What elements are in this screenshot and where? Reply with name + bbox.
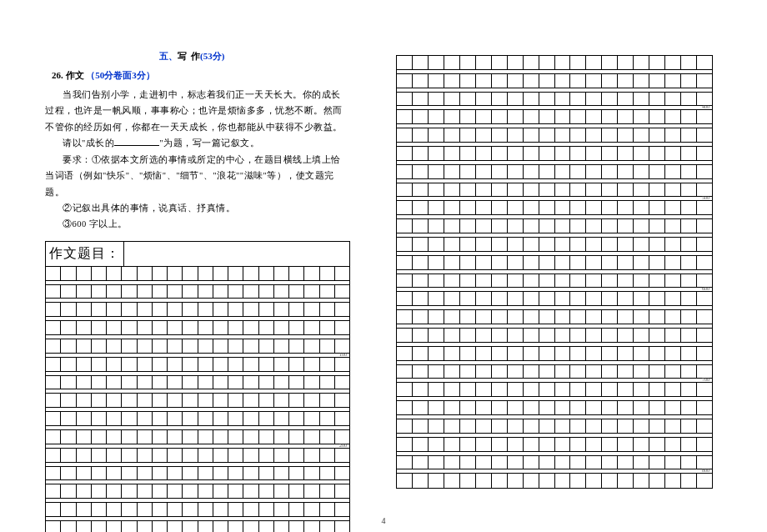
- grid-cell: [107, 449, 122, 463]
- grid-cell: [634, 292, 649, 306]
- grid-cell: [122, 467, 137, 481]
- grid-cell: [570, 128, 586, 143]
- grid-cell: [649, 128, 665, 143]
- grid-cell: [524, 128, 539, 143]
- grid-cell: [335, 267, 349, 281]
- grid-cell: [444, 165, 460, 179]
- grid-cell: [274, 376, 289, 390]
- grid-cell: [168, 467, 183, 481]
- grid-cell: [107, 267, 122, 281]
- grid-cell: [681, 438, 697, 452]
- grid-cell: [524, 292, 539, 306]
- grid-cell: [492, 165, 508, 179]
- grid-cell: [429, 147, 444, 161]
- grid-cell: [243, 430, 258, 444]
- grid-cell: [320, 503, 335, 517]
- grid-cell: [665, 292, 681, 306]
- grid-cell: [555, 310, 571, 324]
- grid-cell: [444, 474, 460, 488]
- grid-cell: [570, 274, 586, 289]
- grid-cell: [429, 456, 444, 470]
- grid-cell: [586, 128, 602, 143]
- grid-cell: [61, 430, 76, 444]
- grid-cell: [153, 321, 168, 335]
- grid-cell: [138, 339, 153, 354]
- grid-row: [397, 274, 712, 289]
- grid-row: [46, 449, 349, 463]
- grid-cell: [508, 93, 524, 107]
- grid-cell: [634, 419, 649, 434]
- grid-cell: [618, 256, 634, 270]
- word-count-marker: 600: [702, 286, 709, 291]
- grid-cell: [476, 183, 492, 198]
- grid-cell: [570, 256, 586, 270]
- grid-cell: [77, 303, 92, 317]
- grid-cell: [665, 147, 681, 161]
- grid-cell: [665, 419, 681, 434]
- grid-cell: [320, 521, 335, 532]
- grid-cell: [618, 292, 634, 306]
- grid-cell: [570, 329, 586, 343]
- grid-cell: [243, 394, 258, 408]
- grid-cell: [397, 147, 413, 161]
- grid-cell: [138, 467, 153, 481]
- grid-cell: [634, 347, 649, 361]
- grid-cell: [320, 303, 335, 317]
- grid-cell: [460, 310, 476, 324]
- grid-cell: [153, 521, 168, 532]
- grid-cell: [697, 219, 712, 233]
- grid-cell: [168, 412, 183, 426]
- grid-cell: [198, 321, 213, 335]
- grid-cell: [539, 110, 555, 124]
- grid-cell: [122, 412, 137, 426]
- grid-cell: [681, 274, 697, 289]
- grid-cell: [476, 274, 492, 289]
- grid-cell: [476, 165, 492, 179]
- grid-cell: [444, 310, 460, 324]
- grid-cell: [213, 321, 228, 335]
- grid-cell: [460, 201, 476, 215]
- grid-cell: [397, 183, 413, 198]
- grid-row: [397, 347, 712, 361]
- grid-cell: [665, 347, 681, 361]
- grid-cell: [77, 467, 92, 481]
- grid-cell: [618, 74, 634, 88]
- grid-cell: [413, 456, 429, 470]
- grid-cell: [198, 267, 213, 281]
- grid-cell: [77, 521, 92, 532]
- grid-cell: [508, 201, 524, 215]
- grid-cell: [602, 419, 618, 434]
- grid-cell: [429, 347, 444, 361]
- grid-cell: [138, 449, 153, 463]
- grid-cell: [413, 147, 429, 161]
- grid-row: [397, 56, 712, 70]
- grid-cell: [570, 347, 586, 361]
- grid-cell: [618, 310, 634, 324]
- grid-cell: [122, 376, 137, 390]
- grid-cell: [138, 376, 153, 390]
- grid-cell: [397, 256, 413, 270]
- grid-cell: [602, 56, 618, 70]
- grid-row: [397, 165, 712, 179]
- grid-row: [397, 201, 712, 215]
- grid-cell: [274, 285, 289, 299]
- grid-cell: [183, 467, 198, 481]
- grid-cell: [138, 358, 153, 372]
- grid-cell: [539, 329, 555, 343]
- word-count-marker: 100: [339, 352, 347, 357]
- grid-cell: [524, 474, 539, 488]
- grid-cell: [665, 456, 681, 470]
- grid-cell: [586, 274, 602, 289]
- grid-cell: [168, 358, 183, 372]
- grid-cell: [92, 339, 107, 354]
- grid-cell: [335, 449, 349, 463]
- question-number: 26.: [52, 70, 63, 80]
- grid-cell: [555, 438, 571, 452]
- grid-cell: [444, 456, 460, 470]
- grid-cell: [335, 503, 349, 517]
- grid-cell: [586, 383, 602, 397]
- grid-cell: [429, 383, 444, 397]
- grid-row: [397, 419, 712, 434]
- grid-cell: [524, 110, 539, 124]
- grid-cell: [77, 339, 92, 354]
